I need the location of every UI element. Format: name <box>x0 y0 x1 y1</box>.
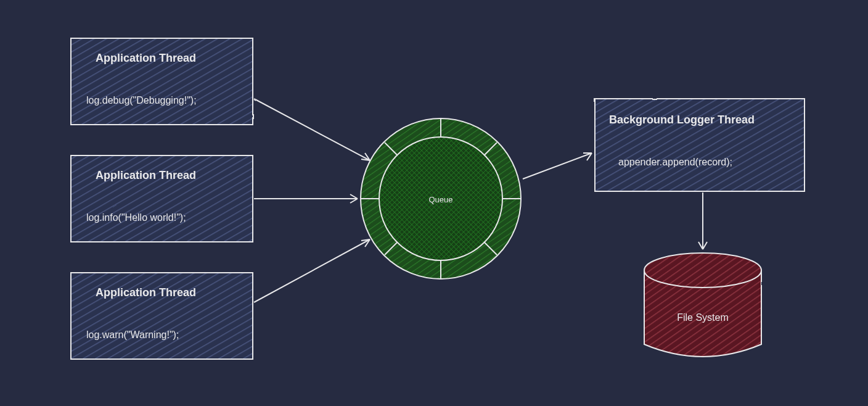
svg-rect-8 <box>71 155 253 242</box>
arrow-thread1-to-queue <box>254 99 370 160</box>
logger-box <box>595 99 805 191</box>
thread-3-title: Application Thread <box>96 286 196 299</box>
thread-1-box <box>71 38 253 125</box>
thread-3-box <box>71 273 253 359</box>
thread-1-code: log.debug("Debugging!"); <box>86 95 197 106</box>
logger-title: Background Logger Thread <box>609 114 755 126</box>
thread-1-title: Application Thread <box>96 52 196 64</box>
thread-2-title: Application Thread <box>96 169 196 181</box>
file-system-label: File System <box>677 312 729 323</box>
svg-rect-9 <box>71 273 253 359</box>
logger-code: appender.append(record); <box>618 157 732 167</box>
arrow-thread3-to-queue <box>254 239 370 302</box>
file-system-store <box>644 253 761 357</box>
arrow-logger-to-store <box>698 193 707 249</box>
svg-line-22 <box>254 99 370 160</box>
arrow-thread2-to-queue <box>254 194 358 203</box>
svg-line-24 <box>254 239 370 302</box>
svg-line-25 <box>523 153 592 179</box>
svg-rect-7 <box>71 38 253 125</box>
queue-label: Queue <box>428 195 452 204</box>
svg-point-21 <box>644 253 761 288</box>
arrow-queue-to-logger <box>523 153 592 179</box>
thread-2-code: log.info("Hello world!"); <box>86 212 186 223</box>
thread-3-code: log.warn("Warning!"); <box>86 329 179 340</box>
thread-2-box <box>71 155 253 242</box>
svg-rect-20 <box>595 99 805 191</box>
